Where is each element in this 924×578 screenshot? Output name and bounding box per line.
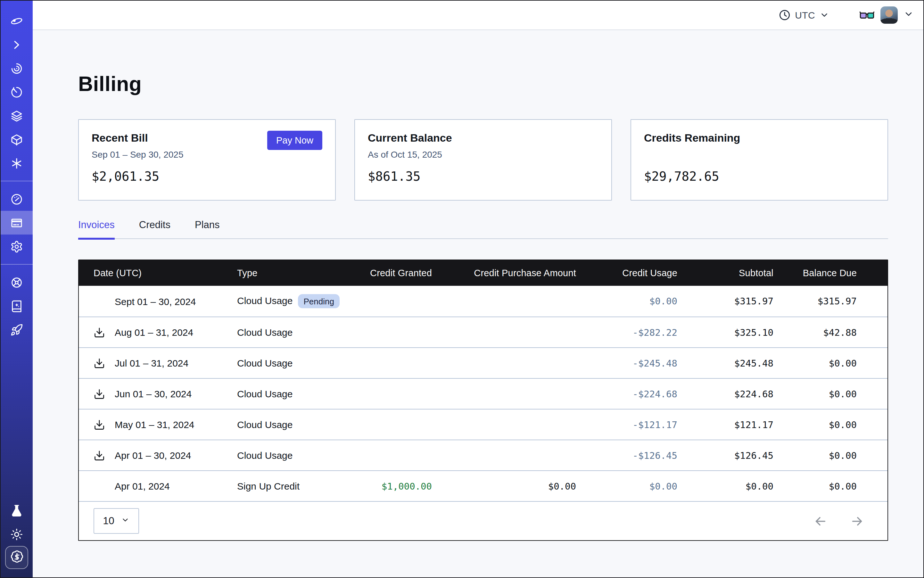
sidebar-item-logo[interactable]: [1, 9, 32, 32]
pay-now-button[interactable]: Pay Now: [267, 131, 322, 150]
invoice-date: Apr 01, 2024: [115, 481, 170, 492]
invoice-date: May 01 – 31, 2024: [115, 419, 195, 430]
credit-usage-value: $0.00: [576, 296, 677, 306]
table-row: Aug 01 – 31, 2024Cloud Usage-$282.22$325…: [79, 317, 887, 347]
gauge-icon: [10, 193, 23, 205]
table-row: Apr 01 – 30, 2024Cloud Usage-$126.45$126…: [79, 440, 887, 470]
viewport: UTC Billing Recent Bill Sep 01 – Sep 30,…: [0, 0, 924, 578]
invoices-table: Date (UTC) Type Credit Granted Credit Pu…: [78, 260, 888, 541]
page-size-select[interactable]: 10: [94, 508, 139, 534]
notebook-sparkle-icon: [10, 300, 23, 312]
app-window: UTC Billing Recent Bill Sep 01 – Sep 30,…: [0, 0, 924, 578]
credit-usage-value: -$282.22: [576, 327, 677, 338]
column-header-credit-usage: Credit Usage: [576, 268, 677, 278]
sidebar-item-theme[interactable]: [1, 522, 32, 546]
subtotal-value: $0.00: [677, 481, 773, 491]
sidebar-item-usage[interactable]: [1, 187, 32, 211]
sidebar-item-console[interactable]: [1, 32, 32, 57]
sidebar-item-instances[interactable]: [1, 128, 32, 151]
download-invoice-button[interactable]: [94, 449, 109, 462]
card-amount: $29,782.65: [644, 169, 875, 184]
sidebar-item-history[interactable]: [1, 80, 32, 104]
clock-icon: [778, 9, 791, 21]
credit-usage-value: -$224.68: [576, 389, 677, 399]
sidebar-item-services[interactable]: [1, 151, 32, 175]
download-slot-empty: [94, 295, 109, 308]
page-title: Billing: [78, 71, 888, 97]
card-subtitle: As of Oct 15, 2025: [368, 149, 599, 160]
box-cube-icon: [10, 133, 23, 146]
credit-usage-value: -$245.48: [576, 358, 677, 368]
planet-logo-icon: [10, 15, 23, 27]
download-slot-empty: [94, 480, 109, 492]
balance-due-value: $0.00: [773, 481, 857, 491]
credit-usage-value: $0.00: [576, 481, 677, 491]
badge-dollar-icon: [10, 549, 23, 565]
pagination: 10: [79, 501, 887, 540]
balance-due-value: $0.00: [773, 389, 857, 399]
sidebar-item-settings[interactable]: [1, 235, 32, 258]
flask-icon: [10, 504, 23, 517]
asterisk-icon: [10, 157, 23, 169]
spiral-galaxy-icon: [10, 62, 23, 75]
subtotal-value: $126.45: [677, 450, 773, 460]
rocket-icon: [10, 323, 23, 336]
download-invoice-button[interactable]: [94, 357, 109, 369]
sidebar-item-billing[interactable]: [1, 211, 32, 235]
table-row: Sept 01 – 30, 2024Cloud UsagePending$0.0…: [79, 286, 887, 317]
credit-purchase-amount-value: $0.00: [432, 481, 576, 491]
avatar[interactable]: [880, 6, 898, 24]
topbar: UTC: [32, 1, 923, 30]
card-amount: $861.35: [368, 169, 599, 184]
balance-due-value: $0.00: [773, 358, 857, 368]
3d-glasses-icon[interactable]: [859, 9, 875, 21]
tab-credits[interactable]: Credits: [139, 219, 171, 239]
invoice-date: Jul 01 – 31, 2024: [115, 357, 188, 369]
sidebar-divider: [1, 264, 32, 265]
sidebar-item-credits[interactable]: [5, 546, 28, 569]
next-page-button[interactable]: [850, 514, 864, 528]
card-subtitle: Sep 01 – Sep 30, 2025: [92, 149, 322, 160]
table-row: Jun 01 – 30, 2024Cloud Usage-$224.68$224…: [79, 378, 887, 409]
column-header-credit-purchase-amount: Credit Purchase Amount: [432, 268, 576, 278]
chevron-down-icon: [820, 10, 829, 20]
balance-due-value: $42.88: [773, 327, 857, 338]
timezone-picker[interactable]: UTC: [778, 9, 829, 21]
sun-icon: [10, 528, 23, 541]
tab-invoices[interactable]: Invoices: [78, 219, 115, 240]
card-title: Credits Remaining: [644, 132, 875, 145]
download-invoice-button[interactable]: [94, 387, 109, 400]
credit-card-icon: [10, 216, 23, 229]
invoice-date: Sept 01 – 30, 2024: [115, 296, 196, 307]
sidebar-item-clusters[interactable]: [1, 57, 32, 80]
layers-icon: [10, 109, 23, 122]
table-row: Jul 01 – 31, 2024Cloud Usage-$245.48$245…: [79, 347, 887, 378]
sidebar-item-docs[interactable]: [1, 294, 32, 318]
page-size-value: 10: [103, 515, 114, 527]
subtotal-value: $315.97: [677, 296, 773, 306]
current-balance-card: Current Balance As of Oct 15, 2025 $861.…: [354, 119, 612, 201]
column-header-type: Type: [237, 268, 333, 278]
summary-cards: Recent Bill Sep 01 – Sep 30, 2025 $2,061…: [78, 119, 888, 201]
table-body: Sept 01 – 30, 2024Cloud UsagePending$0.0…: [79, 286, 887, 501]
sidebar-divider: [1, 181, 32, 181]
credits-remaining-card: Credits Remaining $29,782.65: [630, 119, 888, 201]
tab-plans[interactable]: Plans: [195, 219, 220, 239]
invoice-type: Cloud Usage: [237, 419, 292, 430]
sidebar-item-support[interactable]: [1, 270, 32, 294]
sidebar-item-labs[interactable]: [1, 498, 32, 522]
download-invoice-button[interactable]: [94, 326, 109, 339]
invoice-date: Apr 01 – 30, 2024: [115, 450, 191, 461]
billing-tabs: Invoices Credits Plans: [78, 219, 888, 239]
invoice-date: Jun 01 – 30, 2024: [115, 388, 192, 399]
subtotal-value: $224.68: [677, 389, 773, 399]
table-row: May 01 – 31, 2024Cloud Usage-$121.17$121…: [79, 409, 887, 440]
sidebar-item-layers[interactable]: [1, 104, 32, 128]
user-menu-chevron-down-icon[interactable]: [903, 9, 914, 21]
status-badge: Pending: [298, 294, 339, 308]
download-invoice-button[interactable]: [94, 418, 109, 431]
credit-granted-value: $1,000.00: [333, 481, 432, 491]
prev-page-button[interactable]: [813, 514, 828, 528]
invoice-type: Cloud Usage: [237, 357, 292, 369]
sidebar-item-getting-started[interactable]: [1, 318, 32, 341]
